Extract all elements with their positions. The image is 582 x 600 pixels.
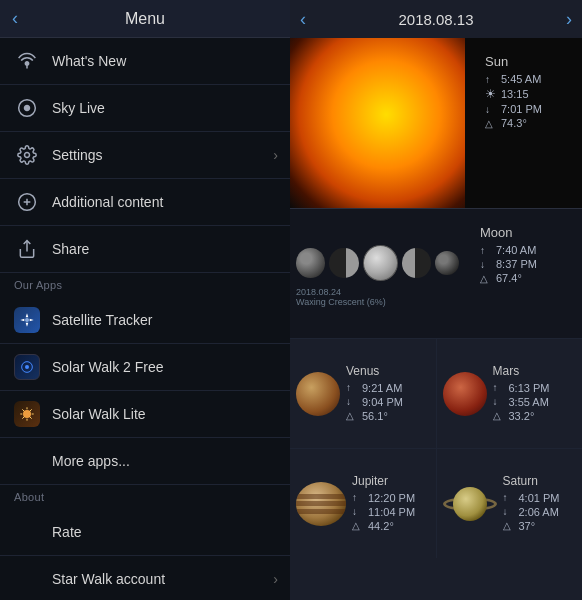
circle-dot-icon bbox=[14, 95, 40, 121]
mars-set-row: ↓ 3:55 AM bbox=[493, 396, 550, 408]
prev-date-button[interactable]: ‹ bbox=[300, 9, 306, 30]
saturn-set-time: 2:06 AM bbox=[519, 506, 559, 518]
left-header: ‹ Menu bbox=[0, 0, 290, 38]
moon-rise-time: 7:40 AM bbox=[496, 244, 536, 256]
solar-walk-lite-icon bbox=[14, 401, 40, 427]
saturn-set-icon: ↓ bbox=[503, 506, 515, 517]
right-header: ‹ 2018.08.13 › bbox=[290, 0, 582, 38]
saturn-altitude-icon: △ bbox=[503, 520, 515, 531]
menu-title: Menu bbox=[125, 10, 165, 28]
menu-item-settings[interactable]: Settings › bbox=[0, 132, 290, 179]
saturn-rise-icon: ↑ bbox=[503, 492, 515, 503]
saturn-visual bbox=[443, 482, 497, 526]
sky-live-label: Sky Live bbox=[52, 100, 105, 116]
jupiter-info: Jupiter ↑ 12:20 PM ↓ 11:04 PM △ 44.2° bbox=[352, 474, 415, 534]
mars-visual bbox=[443, 372, 487, 416]
venus-rise-row: ↑ 9:21 AM bbox=[346, 382, 403, 394]
svg-point-0 bbox=[25, 62, 28, 65]
mars-altitude: 33.2° bbox=[509, 410, 535, 422]
venus-altitude-row: △ 56.1° bbox=[346, 410, 403, 422]
gear-icon bbox=[14, 142, 40, 168]
menu-item-solar-walk-2[interactable]: Solar Walk 2 Free bbox=[0, 344, 290, 391]
venus-rise-icon: ↑ bbox=[346, 382, 358, 393]
settings-label: Settings bbox=[52, 147, 103, 163]
moon-date-label: 2018.08.24 bbox=[296, 287, 459, 297]
venus-rise-time: 9:21 AM bbox=[362, 382, 402, 394]
sun-set-time: 7:01 PM bbox=[501, 103, 542, 115]
menu-item-sky-live[interactable]: Sky Live bbox=[0, 85, 290, 132]
jupiter-rise-time: 12:20 PM bbox=[368, 492, 415, 504]
moon-info: Moon ↑ 7:40 AM ↓ 8:37 PM △ 67.4° bbox=[472, 219, 582, 292]
moon-name: Moon bbox=[480, 225, 574, 240]
moon-rise-icon: ↑ bbox=[480, 245, 492, 256]
star-walk-account-chevron: › bbox=[273, 571, 278, 587]
sun-altitude-icon: △ bbox=[485, 118, 497, 129]
sun-rise-row: ↑ 5:45 AM bbox=[485, 73, 574, 85]
moon-set-time: 8:37 PM bbox=[496, 258, 537, 270]
venus-set-icon: ↓ bbox=[346, 396, 358, 407]
jupiter-rise-icon: ↑ bbox=[352, 492, 364, 503]
menu-item-more-apps[interactable]: More apps... bbox=[0, 438, 290, 485]
moon-altitude-icon: △ bbox=[480, 273, 492, 284]
celestial-content: Sun ↑ 5:45 AM ☀ 13:15 ↓ 7:01 PM △ 74.3° bbox=[290, 38, 582, 600]
share-label: Share bbox=[52, 241, 89, 257]
venus-info: Venus ↑ 9:21 AM ↓ 9:04 PM △ 56.1° bbox=[346, 364, 403, 424]
menu-item-whats-new[interactable]: What's New bbox=[0, 38, 290, 85]
saturn-cell: Saturn ↑ 4:01 PM ↓ 2:06 AM △ 37° bbox=[437, 449, 583, 558]
satellite-tracker-label: Satellite Tracker bbox=[52, 312, 152, 328]
mars-rise-row: ↑ 6:13 PM bbox=[493, 382, 550, 394]
moon-set-row: ↓ 8:37 PM bbox=[480, 258, 574, 270]
satellite-tracker-icon bbox=[14, 307, 40, 333]
saturn-planet bbox=[453, 487, 487, 521]
solar-walk-lite-label: Solar Walk Lite bbox=[52, 406, 146, 422]
mars-set-icon: ↓ bbox=[493, 396, 505, 407]
menu-item-satellite-tracker[interactable]: Satellite Tracker bbox=[0, 297, 290, 344]
venus-set-row: ↓ 9:04 PM bbox=[346, 396, 403, 408]
menu-list: What's New Sky Live Settings › bbox=[0, 38, 290, 600]
venus-mars-row: Venus ↑ 9:21 AM ↓ 9:04 PM △ 56.1° bbox=[290, 338, 582, 448]
share-icon bbox=[14, 236, 40, 262]
jupiter-rise-row: ↑ 12:20 PM bbox=[352, 492, 415, 504]
menu-item-rate[interactable]: Rate bbox=[0, 509, 290, 556]
menu-item-solar-walk-lite[interactable]: Solar Walk Lite bbox=[0, 391, 290, 438]
right-panel: ‹ 2018.08.13 › Sun ↑ 5:45 AM ☀ 13:15 ↓ 7… bbox=[290, 0, 582, 600]
svg-point-11 bbox=[25, 365, 29, 369]
sun-rise-icon: ↑ bbox=[485, 74, 497, 85]
jupiter-set-time: 11:04 PM bbox=[368, 506, 415, 518]
solar-walk-2-icon bbox=[14, 354, 40, 380]
menu-item-additional-content[interactable]: Additional content bbox=[0, 179, 290, 226]
moon-altitude: 67.4° bbox=[496, 272, 522, 284]
next-date-button[interactable]: › bbox=[566, 9, 572, 30]
jupiter-set-icon: ↓ bbox=[352, 506, 364, 517]
mars-rise-time: 6:13 PM bbox=[509, 382, 550, 394]
sun-section: Sun ↑ 5:45 AM ☀ 13:15 ↓ 7:01 PM △ 74.3° bbox=[290, 38, 582, 208]
mars-rise-icon: ↑ bbox=[493, 382, 505, 393]
star-walk-account-label: Star Walk account bbox=[52, 571, 165, 587]
jupiter-altitude-icon: △ bbox=[352, 520, 364, 531]
sun-info: Sun ↑ 5:45 AM ☀ 13:15 ↓ 7:01 PM △ 74.3° bbox=[477, 48, 582, 137]
plus-circle-icon bbox=[14, 189, 40, 215]
sun-altitude: 74.3° bbox=[501, 117, 527, 129]
solar-walk-2-label: Solar Walk 2 Free bbox=[52, 359, 164, 375]
back-button[interactable]: ‹ bbox=[12, 8, 18, 29]
rate-spacer bbox=[14, 519, 40, 545]
sun-rise-time: 5:45 AM bbox=[501, 73, 541, 85]
sun-transit-time: 13:15 bbox=[501, 88, 529, 100]
svg-point-4 bbox=[25, 153, 30, 158]
jupiter-cell: Jupiter ↑ 12:20 PM ↓ 11:04 PM △ 44.2° bbox=[290, 449, 437, 558]
moon-altitude-row: △ 67.4° bbox=[480, 272, 574, 284]
radio-waves-icon bbox=[14, 48, 40, 74]
venus-name: Venus bbox=[346, 364, 403, 378]
menu-item-star-walk-account[interactable]: Star Walk account › bbox=[0, 556, 290, 600]
sun-transit-row: ☀ 13:15 bbox=[485, 87, 574, 101]
venus-visual bbox=[296, 372, 340, 416]
sun-name: Sun bbox=[485, 54, 574, 69]
moon-section: 2018.08.24 Waxing Crescent (6%) Moon ↑ 7… bbox=[290, 208, 582, 338]
current-date: 2018.08.13 bbox=[398, 11, 473, 28]
menu-item-share[interactable]: Share bbox=[0, 226, 290, 273]
moon-phase-desc: Waxing Crescent (6%) bbox=[296, 297, 459, 307]
jupiter-altitude-row: △ 44.2° bbox=[352, 520, 415, 532]
mars-altitude-row: △ 33.2° bbox=[493, 410, 550, 422]
saturn-altitude-row: △ 37° bbox=[503, 520, 560, 532]
venus-altitude-icon: △ bbox=[346, 410, 358, 421]
